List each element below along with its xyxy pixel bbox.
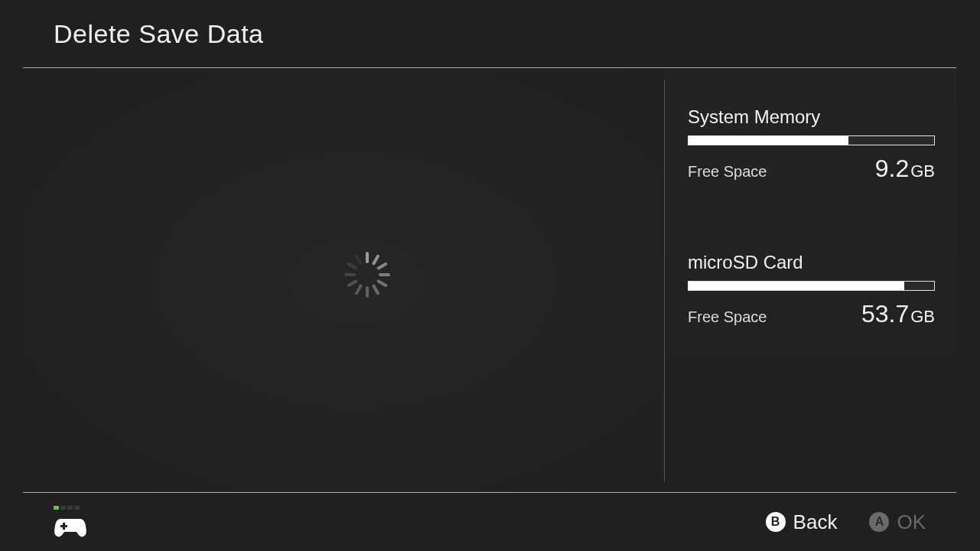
free-space-value: 53.7GB <box>861 300 935 328</box>
back-button[interactable]: B Back <box>766 510 838 534</box>
ok-button[interactable]: A OK <box>869 510 926 534</box>
header: Delete Save Data <box>23 0 956 67</box>
free-space-value: 9.2GB <box>875 155 935 183</box>
content-area: System Memory Free Space 9.2GB microSD C… <box>23 68 956 493</box>
footer: B Back A OK <box>23 493 956 551</box>
svg-point-2 <box>76 529 79 532</box>
ok-label: OK <box>897 510 926 534</box>
loading-spinner-icon <box>344 252 390 298</box>
page-title: Delete Save Data <box>23 19 264 49</box>
storage-free-row: Free Space 9.2GB <box>688 155 935 183</box>
free-space-label: Free Space <box>688 308 767 326</box>
content-main <box>23 68 664 493</box>
battery-dot <box>60 506 66 510</box>
svg-point-0 <box>76 523 79 526</box>
back-label: Back <box>793 510 838 534</box>
storage-system-memory: System Memory Free Space 9.2GB <box>688 106 935 183</box>
controller-icon <box>54 516 87 539</box>
b-button-icon: B <box>766 512 786 532</box>
storage-panel: System Memory Free Space 9.2GB microSD C… <box>665 68 956 493</box>
screen: Delete Save Data System Memory <box>0 0 980 551</box>
storage-bar-fill <box>689 136 848 145</box>
controller-battery-dots <box>54 506 80 510</box>
svg-point-1 <box>79 526 82 529</box>
storage-bar-fill <box>689 282 904 290</box>
footer-hints: B Back A OK <box>766 510 926 534</box>
svg-point-3 <box>73 526 76 529</box>
battery-dot <box>54 506 59 510</box>
storage-free-row: Free Space 53.7GB <box>688 300 935 328</box>
storage-title: microSD Card <box>688 252 935 273</box>
battery-dot <box>67 506 73 510</box>
battery-dot <box>74 506 80 510</box>
controller-status <box>54 506 87 539</box>
storage-bar <box>688 135 935 145</box>
free-space-label: Free Space <box>688 163 767 181</box>
storage-microsd-card: microSD Card Free Space 53.7GB <box>688 252 935 328</box>
a-button-icon: A <box>869 512 889 532</box>
storage-title: System Memory <box>688 106 935 128</box>
storage-bar <box>688 281 935 291</box>
